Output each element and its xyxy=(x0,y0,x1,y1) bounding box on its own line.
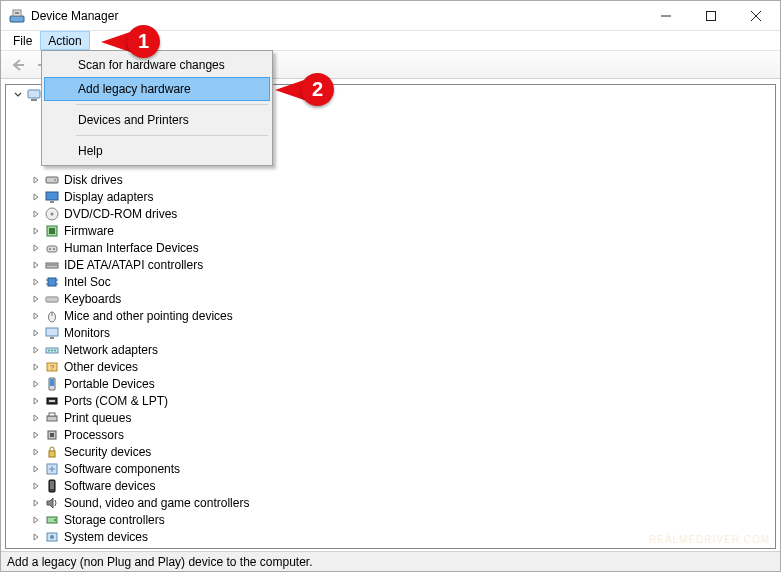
tree-item[interactable]: Portable Devices xyxy=(6,375,775,392)
chevron-right-icon[interactable] xyxy=(30,293,42,305)
callout-badge: 2 xyxy=(301,73,334,106)
chevron-right-icon[interactable] xyxy=(30,378,42,390)
chevron-right-icon[interactable] xyxy=(30,395,42,407)
chevron-right-icon[interactable] xyxy=(30,242,42,254)
tree-item-label: DVD/CD-ROM drives xyxy=(64,207,177,221)
keyboard-icon xyxy=(44,291,60,307)
tree-item[interactable]: Software components xyxy=(6,460,775,477)
tree-item[interactable]: ?Other devices xyxy=(6,358,775,375)
menu-add-legacy-hardware[interactable]: Add legacy hardware xyxy=(44,77,270,101)
chevron-right-icon[interactable] xyxy=(30,208,42,220)
svg-rect-9 xyxy=(28,90,40,98)
tree-item-label: Processors xyxy=(64,428,124,442)
svg-rect-11 xyxy=(46,177,58,183)
svg-point-37 xyxy=(48,349,50,351)
chevron-right-icon[interactable] xyxy=(30,361,42,373)
chevron-right-icon[interactable] xyxy=(30,446,42,458)
chevron-right-icon[interactable] xyxy=(30,463,42,475)
disk-icon xyxy=(44,172,60,188)
chevron-right-icon[interactable] xyxy=(30,276,42,288)
chevron-right-icon[interactable] xyxy=(30,327,42,339)
tree-item[interactable]: Mice and other pointing devices xyxy=(6,307,775,324)
dropdown-separator xyxy=(76,104,268,105)
svg-rect-47 xyxy=(49,413,55,416)
tree-item[interactable]: Monitors xyxy=(6,324,775,341)
tree-item[interactable]: Firmware xyxy=(6,222,775,239)
network-icon xyxy=(44,342,60,358)
tree-item[interactable]: Network adapters xyxy=(6,341,775,358)
firmware-icon xyxy=(44,223,60,239)
tree-item[interactable]: Display adapters xyxy=(6,188,775,205)
tree-item[interactable]: Keyboards xyxy=(6,290,775,307)
tree-item-label: Sound, video and game controllers xyxy=(64,496,249,510)
swdev-icon xyxy=(44,478,60,494)
chevron-right-icon[interactable] xyxy=(30,531,42,543)
tree-item[interactable]: Print queues xyxy=(6,409,775,426)
svg-point-12 xyxy=(54,179,56,181)
chevron-right-icon[interactable] xyxy=(30,310,42,322)
cpu-icon xyxy=(44,427,60,443)
chevron-right-icon[interactable] xyxy=(30,259,42,271)
tree-item[interactable]: Sound, video and game controllers xyxy=(6,494,775,511)
tree-item[interactable]: Disk drives xyxy=(6,171,775,188)
tree-item-label: Other devices xyxy=(64,360,138,374)
svg-rect-14 xyxy=(50,201,54,203)
chevron-right-icon[interactable] xyxy=(30,191,42,203)
svg-rect-18 xyxy=(49,228,55,234)
svg-rect-45 xyxy=(49,400,55,402)
tree-item-label: Mice and other pointing devices xyxy=(64,309,233,323)
tree-item[interactable]: Storage controllers xyxy=(6,511,775,528)
svg-rect-0 xyxy=(10,16,24,22)
other-icon: ? xyxy=(44,359,60,375)
svg-rect-2 xyxy=(15,12,19,14)
sound-icon xyxy=(44,495,60,511)
chevron-right-icon[interactable] xyxy=(30,514,42,526)
tree-item-label: Software devices xyxy=(64,479,155,493)
chevron-right-icon[interactable] xyxy=(30,225,42,237)
tree-item-label: Intel Soc xyxy=(64,275,111,289)
ide-icon xyxy=(44,257,60,273)
close-button[interactable] xyxy=(733,1,778,30)
callout-badge: 1 xyxy=(127,25,160,58)
tree-item[interactable]: Software devices xyxy=(6,477,775,494)
chevron-right-icon[interactable] xyxy=(30,174,42,186)
svg-rect-13 xyxy=(46,192,58,200)
chevron-right-icon[interactable] xyxy=(30,497,42,509)
tree-item-label: Print queues xyxy=(64,411,131,425)
tree-item-label: Human Interface Devices xyxy=(64,241,199,255)
svg-point-38 xyxy=(51,349,53,351)
tree-item[interactable]: Intel Soc xyxy=(6,273,775,290)
chevron-right-icon[interactable] xyxy=(30,344,42,356)
chevron-down-icon[interactable] xyxy=(12,89,24,101)
tree-item[interactable]: Security devices xyxy=(6,443,775,460)
maximize-button[interactable] xyxy=(688,1,733,30)
svg-rect-19 xyxy=(47,246,57,252)
display-icon xyxy=(44,189,60,205)
port-icon xyxy=(44,393,60,409)
chevron-right-icon[interactable] xyxy=(30,480,42,492)
callout-2: 2 xyxy=(275,73,334,106)
chevron-right-icon[interactable] xyxy=(30,412,42,424)
svg-point-57 xyxy=(50,535,54,539)
tree-item-label: Storage controllers xyxy=(64,513,165,527)
chevron-right-icon[interactable] xyxy=(30,429,42,441)
tree-item[interactable]: Processors xyxy=(6,426,775,443)
tree-item[interactable]: Ports (COM & LPT) xyxy=(6,392,775,409)
tree-item[interactable]: IDE ATA/ATAPI controllers xyxy=(6,256,775,273)
tree-item-label: Security devices xyxy=(64,445,151,459)
chip-icon xyxy=(44,274,60,290)
menu-file[interactable]: File xyxy=(5,31,40,50)
svg-rect-53 xyxy=(50,481,54,489)
minimize-button[interactable] xyxy=(643,1,688,30)
menu-devices-printers[interactable]: Devices and Printers xyxy=(44,108,270,132)
menu-action[interactable]: Action xyxy=(40,31,89,50)
dvd-icon xyxy=(44,206,60,222)
watermark: REALMEDRIVER.COM xyxy=(649,534,770,545)
storage-icon xyxy=(44,512,60,528)
tree-item[interactable]: Human Interface Devices xyxy=(6,239,775,256)
window-title: Device Manager xyxy=(31,9,118,23)
back-button[interactable] xyxy=(7,54,29,76)
svg-rect-35 xyxy=(50,337,54,339)
menu-help[interactable]: Help xyxy=(44,139,270,163)
tree-item[interactable]: DVD/CD-ROM drives xyxy=(6,205,775,222)
